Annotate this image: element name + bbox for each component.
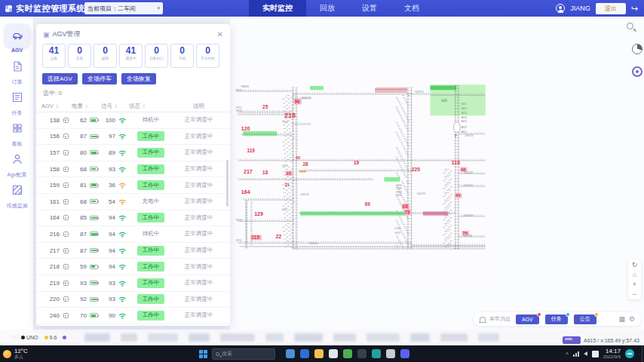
factory-map[interactable]: 2521896421201192819217182316421129219226… xyxy=(230,17,644,330)
overlay-settings-icon[interactable]: ⚙ xyxy=(629,315,635,323)
column-header-信号[interactable]: 信号 ↕ xyxy=(101,103,129,110)
pinned-app-4[interactable] xyxy=(329,349,338,358)
sidebar-item-传感监测[interactable]: 传感监测 xyxy=(0,179,34,210)
dispatch-note: 正常调度中 xyxy=(173,116,225,124)
map-pie-indicator-icon[interactable] xyxy=(632,44,642,54)
map-label-noise xyxy=(283,146,285,146)
close-icon[interactable]: ✕ xyxy=(217,31,223,38)
agv-robot-icon xyxy=(60,150,72,155)
tab-文档[interactable]: 文档 xyxy=(391,0,433,17)
map-station-label: C923 xyxy=(282,121,288,124)
agv-row-158[interactable]: 1586893工作中正常调度中 xyxy=(36,161,230,178)
map-label-noise xyxy=(404,99,406,100)
pinned-app-2[interactable] xyxy=(300,349,309,358)
tray-expand-icon[interactable]: ^ xyxy=(566,351,569,357)
network-icon[interactable] xyxy=(573,351,579,357)
map-label-noise xyxy=(406,144,409,145)
bell-icon[interactable] xyxy=(480,317,486,322)
map-label-noise xyxy=(397,149,399,150)
map-zoom-out-icon[interactable]: − xyxy=(633,290,636,298)
overlay-button-任务[interactable]: 任务 xyxy=(545,314,568,324)
overlay-button-公告[interactable]: 公告 xyxy=(574,314,596,324)
map-label-noise xyxy=(399,165,401,166)
ghost-blob xyxy=(410,333,430,342)
weather-widget[interactable]: 12°C 多云 xyxy=(3,348,56,359)
tab-实时监控[interactable]: 实时监控 xyxy=(249,0,306,17)
exit-icon[interactable]: ↪ xyxy=(631,4,638,14)
pinned-app-5[interactable] xyxy=(343,349,352,358)
agv-row-157[interactable]: 1578089工作中正常调度中 xyxy=(36,145,230,161)
map-home-icon[interactable]: ⌂ xyxy=(633,271,636,278)
map-label-noise xyxy=(404,140,406,140)
map-label-noise xyxy=(400,244,402,244)
tab-回放[interactable]: 回放 xyxy=(306,0,348,17)
map-label-noise xyxy=(407,193,409,194)
ghost-blob xyxy=(121,333,137,342)
pinned-app-9[interactable] xyxy=(400,349,409,358)
map-station-label: P214 xyxy=(236,109,242,112)
pinned-app-8[interactable] xyxy=(386,349,395,358)
map-compass-icon[interactable] xyxy=(632,66,642,77)
taskbar-search[interactable]: 搜索 xyxy=(212,348,275,360)
sidebar-item-AGV[interactable]: AGV xyxy=(0,24,34,53)
agv-row-240[interactable]: 2407090工作中正常调度中 xyxy=(36,308,230,324)
map-label-noise xyxy=(287,95,290,96)
map-label-noise xyxy=(245,207,247,208)
agv-row-220[interactable]: 2209293工作中正常调度中 xyxy=(36,292,230,308)
agv-id: 217 xyxy=(41,247,60,254)
logout-button[interactable]: 退出 xyxy=(596,3,626,14)
agv-row-217[interactable]: 2178794工作中正常调度中 xyxy=(36,243,230,259)
teamviewer-icon[interactable] xyxy=(625,349,634,358)
map-label-noise xyxy=(450,194,452,195)
clock[interactable]: 14:17 2022/9/6 xyxy=(603,348,621,360)
action-button-选择AGV[interactable]: 选择AGV xyxy=(42,73,78,84)
agv-row-156[interactable]: 1568797工作中正常调度中 xyxy=(36,129,230,146)
column-header-电量[interactable]: 电量 ↕ xyxy=(72,103,101,110)
map-zoom-in-icon[interactable]: + xyxy=(633,281,636,288)
sidebar-item-Agv配置[interactable]: Agv配置 xyxy=(0,148,34,179)
map-search-icon[interactable] xyxy=(627,23,636,32)
agv-row-161[interactable]: 1616854充电中正常调度中 xyxy=(36,194,230,210)
stat-label: 故障 xyxy=(95,56,116,60)
agv-row-219[interactable]: 2199393工作中正常调度中 xyxy=(36,275,230,292)
action-button-全场停车[interactable]: 全场停车 xyxy=(82,73,117,84)
column-header-状态[interactable]: 状态 ↕ xyxy=(129,103,173,110)
pinned-app-3[interactable] xyxy=(314,349,324,358)
signal-value: 97 xyxy=(101,133,115,140)
agv-row-138[interactable]: 13862100待机中正常调度中 xyxy=(36,112,230,129)
map-station-label: TH44 xyxy=(396,184,402,187)
column-header-AGV[interactable]: AGV ↕ xyxy=(41,103,72,109)
overlay-button-AGV[interactable]: AGV xyxy=(516,314,539,324)
volume-icon[interactable] xyxy=(584,351,587,356)
pinned-app-7[interactable] xyxy=(372,349,381,358)
agv-row-218[interactable]: 2185994工作中正常调度中 xyxy=(36,259,230,275)
tab-设置[interactable]: 设置 xyxy=(348,0,391,17)
battery-icon xyxy=(87,199,101,204)
agv-row-164[interactable]: 1648594工作中正常调度中 xyxy=(36,210,230,227)
action-button-全场恢复[interactable]: 全场恢复 xyxy=(121,73,156,84)
sidebar-item-订单[interactable]: 订单 xyxy=(0,55,34,86)
dispatch-note: 正常调度中 xyxy=(173,247,225,254)
ime-icon[interactable] xyxy=(592,351,599,357)
pinned-app-1[interactable] xyxy=(286,349,295,358)
overlay-grid-icon[interactable]: ▦ xyxy=(618,315,625,323)
map-label-noise xyxy=(290,144,293,145)
map-refresh-icon[interactable]: ↻ xyxy=(632,261,638,268)
map-label-noise xyxy=(284,221,287,222)
map-label-noise xyxy=(450,171,452,172)
stat-手动控制: 0手动控制 xyxy=(196,44,219,68)
map-label-noise xyxy=(449,198,451,199)
table-scrollbar[interactable] xyxy=(226,160,228,207)
agv-row-159[interactable]: 1598136工作中正常调度中 xyxy=(36,177,230,194)
agv-row-216[interactable]: 2168794待机中正常调度中 xyxy=(36,226,230,243)
project-select[interactable]: 当前项目：二车间 ▾ xyxy=(84,2,163,14)
start-button[interactable] xyxy=(199,350,207,358)
sidebar-item-看板[interactable]: 看板 xyxy=(0,117,34,148)
column-header-说明[interactable]: 说明 xyxy=(173,103,225,110)
pinned-app-6[interactable] xyxy=(357,349,366,358)
map-label-noise xyxy=(287,130,289,131)
sidebar-item-任务[interactable]: 任务 xyxy=(0,86,34,117)
map-label-noise xyxy=(444,216,446,216)
signal-value: 93 xyxy=(101,280,115,287)
map-label-noise xyxy=(245,225,247,226)
